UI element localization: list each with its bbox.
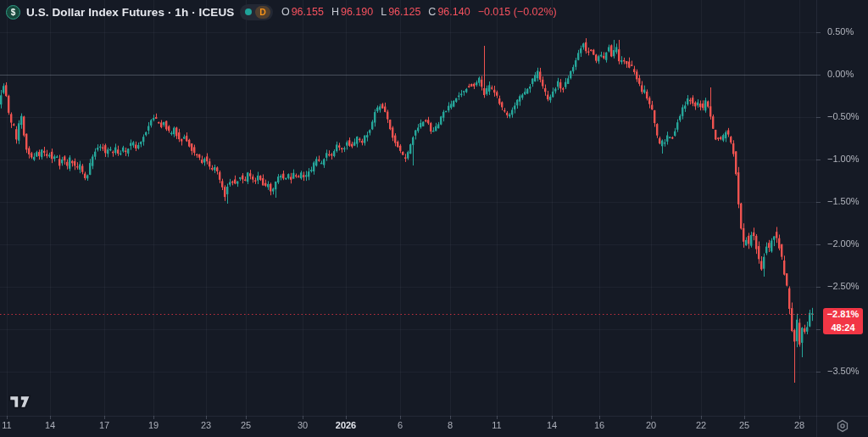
- time-tick-label: 23: [201, 420, 211, 430]
- time-tick-label: 25: [739, 420, 749, 430]
- time-tick-label: 14: [45, 420, 55, 430]
- time-tick-label: 17: [99, 420, 109, 430]
- tradingview-chart-window: $ U.S. Dollar Index Futures · 1h · ICEUS…: [0, 0, 868, 437]
- time-tick-label: 16: [594, 420, 604, 430]
- time-axis[interactable]: 1114171923253020266811141620222528: [0, 416, 868, 437]
- ohlc-letter: L: [381, 6, 387, 18]
- price-tick-label: −1.00%: [827, 154, 860, 164]
- time-tick-label: 11: [492, 420, 501, 430]
- tv-logo-glyph-7: [20, 396, 31, 408]
- ohlc-letter: C: [428, 6, 436, 18]
- tradingview-logo[interactable]: [8, 395, 32, 410]
- price-tick-label: 0.00%: [827, 69, 854, 79]
- market-status-dot-icon: [245, 8, 252, 15]
- price-tick-label: −3.50%: [827, 366, 860, 376]
- ohlc-value: 96.140: [437, 6, 470, 18]
- time-tick-label: 6: [398, 420, 403, 430]
- ohlc-letter: O: [281, 6, 290, 18]
- price-tick-label: −1.50%: [827, 196, 860, 206]
- price-tick-label: 0.50%: [827, 26, 854, 36]
- time-tick-label: 30: [298, 420, 308, 430]
- time-tick-label: 2026: [336, 420, 356, 430]
- time-tick-label: 25: [241, 420, 251, 430]
- last-price-change-value: −2.81%: [823, 308, 863, 322]
- price-tick-label: −2.50%: [827, 281, 860, 291]
- symbol-logo-icon[interactable]: $: [6, 5, 20, 20]
- ohlc-value: 96.190: [341, 6, 373, 18]
- ohlc-value: 96.125: [388, 6, 420, 18]
- ohlc-pair: O96.155: [281, 6, 324, 18]
- time-tick-label: 20: [646, 420, 656, 430]
- symbol-title[interactable]: U.S. Dollar Index Futures · 1h · ICEUS: [26, 6, 234, 19]
- time-tick-label: 19: [148, 420, 159, 430]
- last-price-label: −2.81% 48:24: [823, 308, 863, 334]
- ohlc-pair: H96.190: [331, 6, 373, 18]
- price-tick-label: −2.00%: [827, 238, 860, 249]
- ohlc-letter: H: [331, 6, 339, 18]
- time-tick-label: 28: [794, 420, 804, 430]
- time-tick-label: 11: [2, 420, 11, 430]
- market-status-pill[interactable]: D: [240, 4, 273, 20]
- tv-logo-glyph-1: [10, 396, 19, 408]
- axis-settings-gear-icon[interactable]: [836, 419, 849, 433]
- change-readout: −0.015 (−0.02%): [478, 6, 557, 18]
- ohlc-value: 96.155: [292, 6, 324, 18]
- bar-countdown: 48:24: [823, 322, 863, 335]
- price-axis[interactable]: 0.50%0.00%−0.50%−1.00%−1.50%−2.00%−2.50%…: [815, 0, 868, 416]
- ohlc-readout: O96.155H96.190L96.125C96.140−0.015 (−0.0…: [281, 6, 557, 18]
- ohlc-pair: C96.140: [428, 6, 470, 18]
- time-tick-label: 22: [696, 420, 706, 430]
- price-tick-label: −0.50%: [827, 111, 860, 121]
- price-chart-canvas[interactable]: [0, 0, 868, 437]
- delayed-data-badge: D: [255, 6, 270, 19]
- time-tick-label: 8: [448, 420, 453, 430]
- time-tick-label: 14: [547, 420, 557, 430]
- symbol-header: $ U.S. Dollar Index Futures · 1h · ICEUS…: [6, 3, 557, 20]
- dollar-sign: $: [11, 8, 16, 17]
- ohlc-pair: L96.125: [381, 6, 420, 18]
